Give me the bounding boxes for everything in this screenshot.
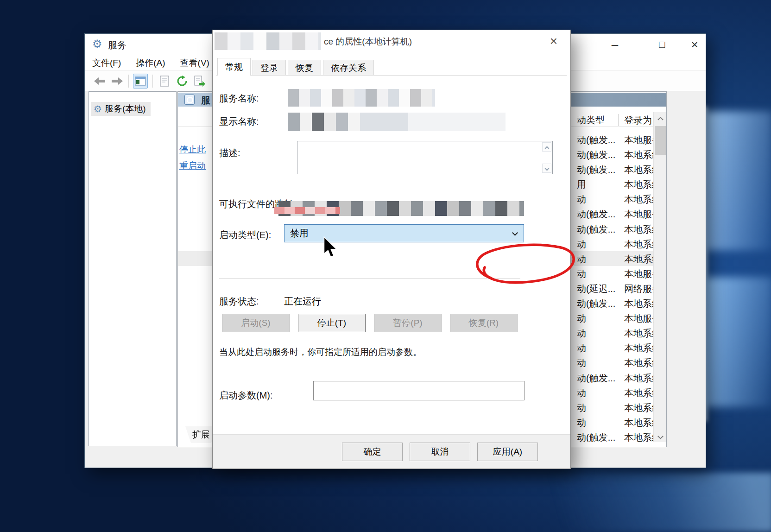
startup-type-dropdown[interactable]: 禁用 bbox=[284, 224, 524, 242]
startup-type-cell: 动(触发... bbox=[577, 164, 615, 176]
startup-type-cell: 动(触发... bbox=[577, 149, 615, 161]
service-status-label: 服务状态: bbox=[219, 295, 259, 308]
logon-as-cell: 本地系统 bbox=[624, 149, 653, 161]
startup-type-cell: 动 bbox=[577, 253, 586, 266]
service-button-暂停(P)[interactable]: 暂停(P) bbox=[374, 314, 442, 332]
logon-as-cell: 本地系统 bbox=[624, 417, 653, 429]
logon-as-cell: 本地系统 bbox=[624, 431, 653, 442]
wallpaper-beam bbox=[537, 473, 771, 532]
logon-as-cell: 本地系统 bbox=[624, 342, 653, 355]
tab-登录[interactable]: 登录 bbox=[253, 60, 286, 76]
separator bbox=[219, 279, 520, 279]
scroll-up-icon[interactable] bbox=[654, 112, 667, 124]
startup-params-input[interactable] bbox=[313, 381, 525, 400]
wallpaper-beam bbox=[703, 277, 771, 407]
startup-type-cell: 动 bbox=[577, 327, 586, 340]
startup-params-label: 启动参数(M): bbox=[219, 389, 273, 402]
wallpaper-beam bbox=[703, 111, 771, 250]
console-tree-pane: ⚙ 服务(本地) bbox=[88, 91, 177, 446]
back-icon[interactable] bbox=[92, 74, 107, 89]
dialog-footer: 确定取消应用(A) bbox=[213, 434, 570, 469]
startup-type-cell: 动(触发... bbox=[577, 431, 615, 442]
logon-as-cell: 本地服务 bbox=[624, 268, 653, 280]
properties-icon[interactable] bbox=[157, 74, 172, 89]
service-properties-dialog: ce 的属性(本地计算机) × 常规登录恢复依存关系 服务名称: 显示名称: 描… bbox=[212, 30, 571, 469]
vertical-scrollbar[interactable] bbox=[653, 112, 666, 442]
toolbar-separator bbox=[152, 75, 153, 88]
redacted-service-name-title bbox=[215, 32, 321, 50]
logon-as-cell: 本地系统 bbox=[624, 372, 653, 385]
tree-item-services-local[interactable]: ⚙ 服务(本地) bbox=[91, 102, 151, 116]
startup-type-label: 启动类型(E): bbox=[219, 229, 271, 241]
service-control-buttons: 启动(S)停止(T)暂停(P)恢复(R) bbox=[222, 314, 518, 332]
column-header-startup-type[interactable]: 动类型 bbox=[577, 114, 605, 127]
tab-baseline bbox=[216, 75, 567, 76]
redacted-exe-path-red bbox=[274, 207, 340, 214]
menu-item-操作(A)[interactable]: 操作(A) bbox=[128, 55, 172, 71]
startup-type-cell: 动 bbox=[577, 312, 586, 325]
logon-as-cell: 本地系统 bbox=[624, 387, 653, 399]
service-button-启动(S)[interactable]: 启动(S) bbox=[222, 314, 290, 332]
chevron-down-icon bbox=[512, 230, 518, 236]
logon-as-cell: 本地系统 bbox=[624, 357, 653, 369]
forward-icon[interactable] bbox=[110, 74, 125, 89]
redacted-service-name bbox=[288, 89, 435, 107]
scroll-down-icon[interactable] bbox=[542, 164, 551, 173]
show-console-tree-icon[interactable] bbox=[133, 74, 148, 89]
startup-type-cell: 动 bbox=[577, 402, 586, 414]
dialog-titlebar: ce 的属性(本地计算机) × bbox=[213, 30, 570, 52]
footer-button-取消[interactable]: 取消 bbox=[410, 443, 470, 461]
service-name-label: 服务名称: bbox=[219, 92, 259, 105]
startup-type-cell: 动 bbox=[577, 357, 586, 369]
startup-type-cell: 动(触发... bbox=[577, 134, 615, 146]
services-pane-icon bbox=[184, 95, 195, 105]
footer-button-应用(A)[interactable]: 应用(A) bbox=[477, 443, 538, 461]
tab-依存关系[interactable]: 依存关系 bbox=[323, 60, 374, 76]
desktop: ⚙ 服务 – □ × 文件(F)操作(A)查看(V) bbox=[0, 0, 771, 532]
startup-type-cell: 动(延迟... bbox=[577, 283, 615, 295]
minimize-button[interactable]: – bbox=[605, 36, 625, 53]
close-button[interactable]: × bbox=[684, 36, 705, 53]
scroll-up-icon[interactable] bbox=[542, 142, 551, 152]
logon-as-cell: 本地系统 bbox=[624, 253, 653, 266]
startup-type-cell: 动 bbox=[577, 387, 586, 399]
footer-button-确定[interactable]: 确定 bbox=[342, 443, 403, 461]
display-name-label: 显示名称: bbox=[219, 115, 259, 128]
logon-as-cell: 本地系统 bbox=[624, 298, 653, 310]
logon-as-cell: 本地系统 bbox=[624, 223, 653, 236]
dialog-close-icon[interactable]: × bbox=[544, 33, 563, 50]
maximize-button[interactable]: □ bbox=[652, 36, 672, 53]
service-button-停止(T)[interactable]: 停止(T) bbox=[298, 314, 366, 332]
red-circle-annotation bbox=[469, 241, 578, 289]
startup-type-value: 禁用 bbox=[284, 227, 309, 240]
startup-type-cell: 动(触发... bbox=[577, 372, 615, 385]
logon-as-cell: 本地系统 bbox=[624, 402, 653, 414]
tab-常规[interactable]: 常规 bbox=[217, 58, 251, 76]
refresh-icon[interactable] bbox=[175, 74, 190, 89]
logon-as-cell: 本地服务 bbox=[624, 312, 653, 325]
logon-as-cell: 网络服务 bbox=[624, 283, 653, 295]
startup-type-cell: 动 bbox=[577, 342, 586, 355]
menu-item-文件(F)[interactable]: 文件(F) bbox=[85, 55, 128, 71]
service-button-恢复(R)[interactable]: 恢复(R) bbox=[450, 314, 518, 332]
menu-item-查看(V)[interactable]: 查看(V) bbox=[173, 55, 217, 71]
logon-as-cell: 本地服务 bbox=[624, 208, 653, 221]
column-header-logon-as[interactable]: 登录为 bbox=[624, 114, 652, 127]
dialog-title: ce 的属性(本地计算机) bbox=[324, 36, 412, 48]
startup-type-cell: 动(触发... bbox=[577, 298, 615, 310]
logon-as-cell: 本地服务 bbox=[624, 134, 653, 146]
tab-恢复[interactable]: 恢复 bbox=[288, 60, 321, 76]
description-label: 描述: bbox=[219, 147, 240, 159]
services-gear-icon: ⚙ bbox=[94, 103, 102, 114]
startup-type-cell: 动(触发... bbox=[577, 208, 615, 221]
description-textarea[interactable] bbox=[297, 141, 553, 174]
startup-params-hint: 当从此处启动服务时，你可指定所适用的启动参数。 bbox=[219, 346, 422, 358]
export-list-icon[interactable] bbox=[192, 74, 207, 89]
toolbar-separator bbox=[211, 75, 211, 88]
startup-type-cell: 动(触发... bbox=[577, 223, 615, 236]
services-gear-icon: ⚙ bbox=[92, 38, 102, 51]
startup-type-cell: 动 bbox=[577, 417, 586, 429]
scroll-down-icon[interactable] bbox=[654, 430, 667, 442]
scrollbar-thumb[interactable] bbox=[655, 126, 666, 155]
column-divider[interactable] bbox=[618, 114, 619, 126]
